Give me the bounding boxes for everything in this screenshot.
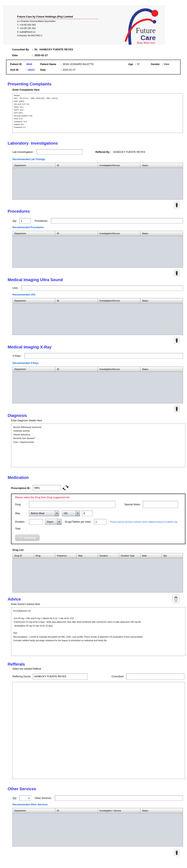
fraction-note: Please add as decimal numbers when addin…: [110, 521, 178, 523]
patient-row-2: Visit ID:19323 Date:2025-02-27: [10, 68, 180, 71]
uss-col-status[interactable]: Status: [140, 298, 183, 303]
referring-doctor-input[interactable]: [33, 674, 87, 680]
logo-tagline: Body Mind Soul: [137, 41, 155, 44]
procedures-input[interactable]: [51, 218, 183, 223]
consulting-doctor-name: HANECKY FUENTE REYES: [39, 48, 73, 51]
reffered-by-value: HANECKY FUENTE REYES: [113, 151, 145, 153]
recommended-lab-testings-link[interactable]: Recommended Lab Testings: [12, 158, 187, 161]
refresh-prescription-button[interactable]: [63, 485, 69, 491]
special-notes-input[interactable]: [143, 501, 178, 508]
chevron-down-icon: ▼: [55, 510, 59, 516]
chevron-down-icon: ▼: [76, 510, 80, 516]
xray-col-department[interactable]: Department: [13, 367, 55, 372]
xrays-input[interactable]: [25, 353, 183, 359]
diagnosis-heading: Diagnosis: [8, 413, 187, 418]
drug-col-duration-type[interactable]: Duration Type: [119, 553, 140, 558]
way-select[interactable]: Before Meal ▼: [29, 510, 59, 516]
date-label: Date: [12, 54, 32, 57]
duration-type-select[interactable]: Day/s ▼: [45, 519, 62, 525]
reffered-by-label: Reffered By :: [95, 151, 111, 153]
recommended-uss-link[interactable]: Recommended USS: [12, 293, 187, 296]
recommended-procedures-link[interactable]: Recommended Procedures: [12, 226, 187, 229]
patient-id-label: Patient ID: [10, 63, 26, 66]
patient-name-value: JEAN LEONARD BALETTE: [63, 63, 94, 66]
visit-id-value: 19323: [28, 68, 35, 71]
procedures-col-status[interactable]: Status: [140, 231, 183, 236]
drug-col-duration[interactable]: Duration: [98, 553, 119, 558]
duration-label: Duration :: [15, 520, 29, 523]
consult-date-value: 2025-02-27: [35, 54, 48, 57]
other-services-delete-button[interactable]: [174, 849, 179, 856]
uss-col-department[interactable]: Department: [13, 298, 55, 303]
uss-col-investigation[interactable]: Investigation/Service: [98, 298, 140, 303]
other-services-input[interactable]: [55, 795, 183, 801]
lab-col-investigation[interactable]: Investigation/Service: [98, 163, 140, 168]
lab-col-id[interactable]: ID: [55, 163, 98, 168]
other-services-table: Department ID Investigation / Service St…: [12, 808, 183, 846]
procedures-qty-label: Qty :: [12, 219, 18, 222]
drug-suggestion-warning: Please select the Drug from Drug suggess…: [15, 496, 185, 499]
procedures-delete-button[interactable]: [174, 270, 179, 276]
way-label: Way: [15, 512, 26, 515]
drug-col-way[interactable]: Way: [76, 553, 98, 558]
other-col-status[interactable]: Status: [140, 808, 183, 813]
recommended-xrays-link[interactable]: Recommended X-Rays: [12, 362, 187, 365]
xray-col-id[interactable]: ID: [55, 367, 98, 372]
future-care-logo: Future Care ❤ Body Mind Soul: [124, 5, 165, 45]
other-col-department[interactable]: Department: [13, 808, 55, 813]
xray-delete-button[interactable]: [174, 405, 179, 412]
procedures-col-investigation[interactable]: Investigation/Service: [98, 231, 140, 236]
referral-list-box[interactable]: [12, 682, 185, 779]
visit-id-label: Visit ID: [10, 68, 26, 71]
drug-col-frequency[interactable]: Fequency: [55, 553, 76, 558]
prescription-id-input[interactable]: [33, 485, 61, 491]
drug-list-label: Drug List: [12, 549, 187, 551]
patient-info-box: Patient ID:9646 Patient Name:JEAN LEONAR…: [6, 60, 181, 74]
drug-col-drug[interactable]: Drug: [34, 553, 55, 558]
complaints-textarea[interactable]: Review FBC- Hb- 8.5 (L), WBC- 6640 (OK),…: [12, 93, 183, 133]
enter-complaints-label: Enter Complaints Here: [12, 88, 187, 91]
trash-icon: [175, 203, 179, 208]
procedures-col-department[interactable]: Department: [13, 231, 55, 236]
enter-advice-label: Enter Doctor's Advice Here: [11, 603, 187, 606]
xray-col-status[interactable]: Status: [140, 367, 183, 372]
consult-date-line: Date: 2025-02-27: [12, 54, 187, 57]
lab-col-status[interactable]: Status: [140, 163, 183, 168]
recommended-other-services-link[interactable]: Recommended Other Services: [12, 803, 187, 806]
frequency-select[interactable]: OD ▼: [62, 510, 80, 516]
per-meal-label: Drugs/Tablets per meal :: [65, 520, 92, 523]
uss-col-id[interactable]: ID: [55, 298, 98, 303]
add-drug-button[interactable]: + Add Drug: [15, 534, 40, 541]
drug-col-qty[interactable]: Qty: [162, 553, 183, 558]
gender-label: Gender: [151, 63, 162, 66]
refresh-icon: [63, 485, 69, 491]
drug-col-id[interactable]: Drug ID: [13, 553, 34, 558]
lab-delete-button[interactable]: [174, 202, 179, 208]
diagnosis-textarea[interactable]: Alcohol Withdrawal Syndrome moderate ane…: [11, 424, 185, 467]
other-col-investigation[interactable]: Investigation / Service: [98, 808, 140, 813]
drug-col-note[interactable]: Note: [140, 553, 162, 558]
duration-input[interactable]: [29, 519, 43, 525]
age-label: Age: [128, 63, 135, 66]
company-phone-1: T: +24 82 593 593: [17, 23, 98, 26]
lab-table: Department ID Investigation/Service Stat…: [12, 163, 183, 199]
uss-input[interactable]: [22, 285, 183, 291]
drug-list-delete-button[interactable]: [173, 595, 179, 603]
trash-icon: [174, 596, 178, 602]
drug-input[interactable]: [29, 501, 115, 508]
other-col-id[interactable]: ID: [55, 808, 98, 813]
uss-table-empty-area: [13, 303, 183, 335]
ultrasound-heading: Medical Imaging Ultra Sound: [8, 278, 187, 282]
other-services-qty-input[interactable]: [19, 795, 31, 801]
lab-col-department[interactable]: Department: [13, 163, 55, 168]
frequency-qty-input[interactable]: [82, 510, 92, 516]
per-meal-input[interactable]: [94, 519, 106, 525]
lab-investigation-input[interactable]: [37, 149, 83, 155]
procedures-col-id[interactable]: ID: [55, 231, 98, 236]
xray-col-investigation[interactable]: Investigation/Service: [98, 367, 140, 372]
advice-textarea[interactable]: Do A Abdomen US -Iron 65 mg + folic acid…: [11, 607, 185, 656]
procedures-qty-input[interactable]: [19, 218, 31, 223]
enter-diagnosis-label: Enter Diagnosis Details Here: [11, 419, 187, 422]
uss-delete-button[interactable]: [174, 337, 179, 344]
consultant-input[interactable]: [126, 674, 184, 680]
